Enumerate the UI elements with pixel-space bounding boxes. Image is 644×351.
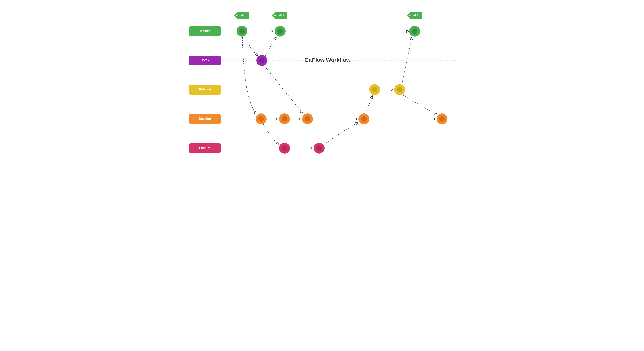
commit-feature-2 (314, 143, 324, 154)
svg-point-24 (361, 116, 367, 122)
tag-v1.0: v1.0 (407, 12, 422, 19)
branch-label-hotfix-text: Hotfix (200, 58, 209, 62)
svg-point-33 (409, 15, 410, 16)
branch-label-hotfix: Hotfix (189, 55, 220, 65)
edge-master1-develop1 (242, 37, 256, 114)
svg-point-12 (259, 58, 265, 63)
edge-release2-master3 (402, 37, 412, 84)
tag-v0.1-label: v0.1 (240, 14, 246, 17)
svg-point-26 (439, 116, 445, 122)
branch-label-release-text: Release (199, 88, 211, 91)
edge-feature2-develop4 (324, 122, 358, 144)
commit-develop-4 (358, 113, 370, 124)
gitflow-diagram: Master Hotfix Release Develop Feature Gi… (176, 0, 468, 160)
edge-release2-develop5 (403, 95, 437, 115)
edge-hotfix1-master2 (266, 37, 276, 55)
commit-master-1 (236, 26, 248, 37)
svg-point-30 (316, 145, 322, 151)
commit-develop-1 (256, 113, 266, 124)
tag-v1.0-label: v1.0 (413, 14, 418, 17)
commit-develop-5 (436, 113, 448, 124)
svg-point-28 (282, 145, 287, 151)
commit-develop-3 (302, 113, 313, 124)
svg-point-10 (412, 28, 418, 34)
branch-label-develop: Develop (189, 114, 220, 124)
svg-point-6 (239, 28, 245, 34)
commit-release-2 (394, 84, 405, 95)
branch-label-develop-text: Develop (199, 117, 211, 120)
svg-point-16 (397, 87, 402, 92)
svg-point-32 (274, 15, 276, 16)
commit-release-1 (369, 84, 380, 95)
edge-develop1-feature1 (264, 124, 279, 144)
branch-label-release: Release (189, 85, 220, 95)
commit-develop-2 (279, 113, 290, 124)
svg-point-18 (258, 116, 264, 122)
commit-master-3 (409, 26, 420, 37)
svg-point-8 (277, 28, 283, 34)
svg-point-22 (305, 116, 310, 122)
tag-v0.2-label: v0.2 (278, 14, 284, 17)
svg-point-31 (236, 15, 238, 16)
branch-label-master-text: Master (200, 29, 210, 32)
commit-hotfix-1 (256, 55, 267, 66)
commit-feature-1 (279, 143, 290, 154)
diagram-title: GitFlow Workflow (304, 57, 350, 63)
edge-develop4-release1 (366, 96, 372, 113)
tag-v0.2: v0.2 (272, 12, 288, 19)
branch-label-master: Master (189, 26, 220, 36)
edge-hotfix1-develop3 (264, 66, 302, 113)
svg-point-20 (282, 116, 287, 122)
branch-label-feature: Feature (189, 143, 220, 153)
commit-master-2 (274, 26, 286, 37)
svg-point-14 (372, 87, 378, 92)
branch-label-feature-text: Feature (199, 146, 210, 150)
tag-v0.1: v0.1 (234, 12, 250, 19)
edge-master1-hotfix1 (245, 36, 258, 55)
